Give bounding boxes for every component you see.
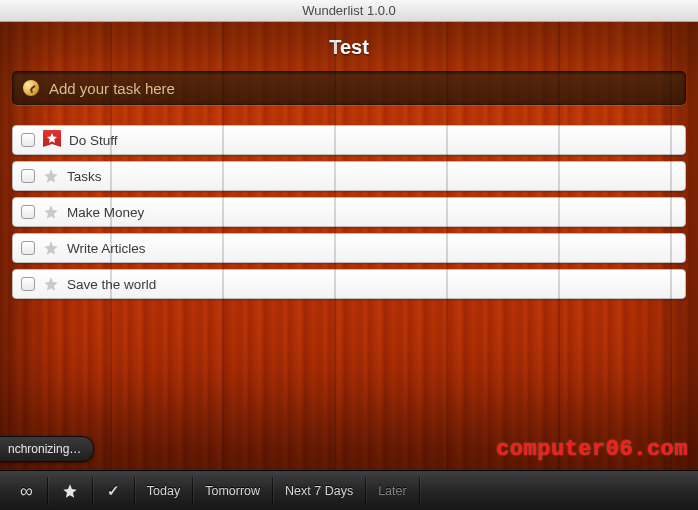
add-task-input[interactable]	[49, 80, 675, 97]
star-ribbon-icon[interactable]	[43, 130, 61, 150]
task-label: Do Stuff	[69, 133, 677, 148]
star-icon[interactable]	[43, 166, 59, 186]
star-icon	[62, 483, 78, 499]
add-task-row[interactable]	[12, 71, 686, 105]
task-checkbox[interactable]	[21, 169, 35, 183]
task-label: Tasks	[67, 169, 677, 184]
filter-all-button[interactable]: ∞	[6, 477, 48, 505]
task-row[interactable]: Write Articles	[12, 233, 686, 263]
list-title: Test	[12, 22, 686, 71]
star-icon[interactable]	[43, 274, 59, 294]
task-checkbox[interactable]	[21, 241, 35, 255]
sync-status: nchronizing…	[0, 436, 94, 462]
filter-today[interactable]: Today	[135, 477, 193, 505]
filter-done-button[interactable]: ✓	[93, 477, 135, 505]
task-row[interactable]: Tasks	[12, 161, 686, 191]
task-row[interactable]: Do Stuff	[12, 125, 686, 155]
task-checkbox[interactable]	[21, 205, 35, 219]
window-title: Wunderlist 1.0.0	[302, 3, 396, 18]
task-row[interactable]: Make Money	[12, 197, 686, 227]
watermark: computer06.com	[496, 437, 688, 462]
star-icon[interactable]	[43, 238, 59, 258]
filter-next7[interactable]: Next 7 Days	[273, 477, 366, 505]
filter-tomorrow[interactable]: Tomorrow	[193, 477, 273, 505]
filter-starred-button[interactable]	[48, 477, 93, 505]
window-titlebar: Wunderlist 1.0.0	[0, 0, 698, 22]
task-checkbox[interactable]	[21, 133, 35, 147]
check-icon: ✓	[107, 482, 120, 500]
task-checkbox[interactable]	[21, 277, 35, 291]
bottom-toolbar: ∞ ✓ Today Tomorrow Next 7 Days Later	[0, 470, 698, 510]
task-row[interactable]: Save the world	[12, 269, 686, 299]
filter-later[interactable]: Later	[366, 477, 420, 505]
task-list: Do StuffTasksMake MoneyWrite ArticlesSav…	[12, 125, 686, 299]
infinity-icon: ∞	[20, 482, 33, 500]
task-label: Save the world	[67, 277, 677, 292]
clock-icon	[23, 80, 39, 96]
task-label: Write Articles	[67, 241, 677, 256]
sync-status-label: nchronizing…	[8, 442, 81, 456]
main-panel: Test Do StuffTasksMake MoneyWrite Articl…	[0, 22, 698, 470]
star-icon[interactable]	[43, 202, 59, 222]
task-label: Make Money	[67, 205, 677, 220]
